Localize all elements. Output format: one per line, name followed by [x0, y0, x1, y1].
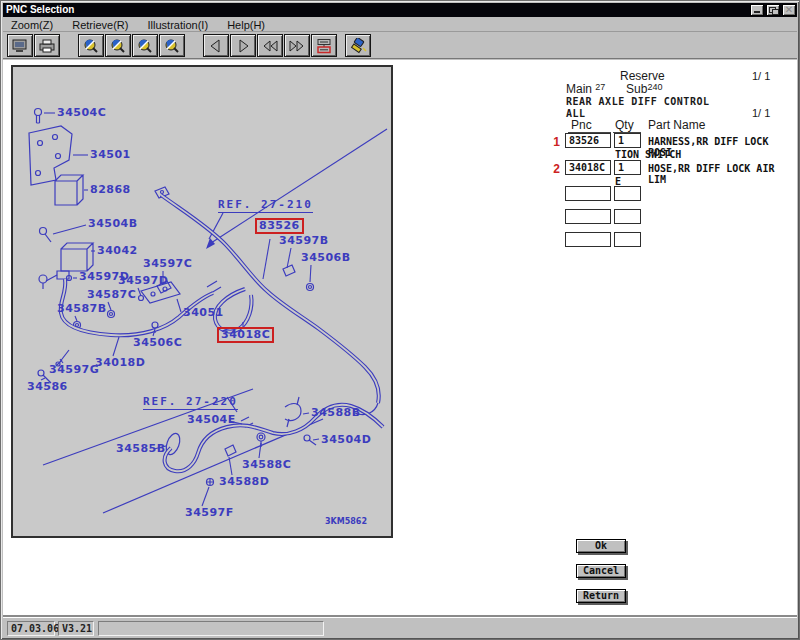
qty-field[interactable]: 1	[614, 133, 641, 148]
pnc-field[interactable]	[565, 186, 611, 201]
pnc-jump-button[interactable]	[311, 34, 337, 57]
diagram-label[interactable]: 34504E	[187, 414, 236, 426]
status-bar: 07.03.06 V3.21	[3, 617, 797, 637]
diagram-label[interactable]: 34597C	[143, 258, 192, 270]
zoom-in-icon	[82, 38, 100, 54]
column-header-pnc: Pnc	[568, 118, 611, 133]
page-first-icon	[261, 38, 279, 54]
minimize-icon	[754, 11, 760, 13]
ok-button[interactable]: Ok	[576, 539, 626, 553]
qty-field[interactable]	[614, 232, 641, 247]
menu-zoom[interactable]: Zoom(Z)	[3, 18, 61, 31]
leader-line	[310, 265, 311, 282]
diagram-label[interactable]: 34586	[27, 381, 68, 393]
diagram-label[interactable]: 34588D	[219, 476, 269, 488]
menu-bar: Zoom(Z) Retrieve(R) Illustration(I) Help…	[3, 18, 797, 32]
page-prev-icon	[207, 38, 225, 54]
main-sub-line: Main 27 Sub240	[566, 82, 662, 96]
pnc-jump-icon	[315, 38, 333, 54]
diagram-label[interactable]: 34597F	[185, 507, 234, 519]
diagram-label-highlighted[interactable]: 34018C	[217, 327, 274, 343]
diagram-label[interactable]: 34506C	[133, 337, 182, 349]
status-date: 07.03.06	[7, 621, 55, 636]
leader-line	[177, 299, 181, 312]
flashlight-icon	[349, 38, 367, 54]
page-prev-button[interactable]	[203, 34, 229, 57]
diagram-label[interactable]: 34585B	[116, 443, 166, 455]
zoom-reset-icon	[163, 38, 181, 54]
qty-field[interactable]: 1	[614, 160, 641, 175]
leader-line	[108, 302, 111, 310]
page-next-icon	[234, 38, 252, 54]
minimize-button[interactable]	[750, 4, 764, 16]
zoom-area-icon	[136, 38, 154, 54]
column-header-part-name: Part Name	[648, 118, 705, 132]
illustration-search-button[interactable]	[345, 34, 371, 57]
page-indicator-2: 1/ 1	[752, 107, 770, 119]
toolbar	[3, 33, 797, 59]
print-icon	[38, 38, 56, 54]
pnc-field[interactable]: 34018C	[565, 160, 611, 175]
leader-line	[113, 337, 119, 356]
window-title: PNC Selection	[6, 4, 74, 15]
qty-field[interactable]	[614, 186, 641, 201]
leader-line	[303, 413, 309, 414]
pnc-selection-window: { "window": { "title": "PNC Selection" }…	[0, 0, 800, 640]
part-row: 2 34018C 1 HOSE,RR DIFF LOCK AIR LIM E	[3, 160, 797, 187]
part-row	[3, 232, 797, 259]
drawing-number: 3KM5862	[325, 517, 367, 526]
return-button[interactable]: Return	[576, 589, 626, 603]
diagram-label[interactable]: 34588C	[242, 459, 291, 471]
leader-line	[229, 457, 232, 475]
maximize-button[interactable]	[766, 4, 780, 16]
diagram-label[interactable]: 34018D	[95, 357, 145, 369]
page-indicator: 1/ 1	[752, 70, 770, 82]
diagram-label[interactable]: 34597G	[49, 364, 99, 376]
diagram-label[interactable]: 34587C	[87, 289, 136, 301]
print-button[interactable]	[34, 34, 60, 57]
menu-illustration[interactable]: Illustration(I)	[140, 18, 217, 31]
title-bar[interactable]: PNC Selection ✕	[3, 3, 797, 17]
column-header-qty: Qty	[613, 118, 641, 133]
diagram-label[interactable]: 34504D	[321, 434, 371, 446]
diagram-label[interactable]: 34504C	[57, 107, 106, 119]
row-number: 1	[544, 135, 560, 149]
section-title: REAR AXLE DIFF CONTROL	[566, 96, 709, 107]
reserve-label: Reserve	[620, 69, 665, 83]
close-button[interactable]: ✕	[782, 4, 796, 16]
qty-field[interactable]	[614, 209, 641, 224]
diagram-label[interactable]: 34051	[183, 307, 224, 319]
main-value: 27	[595, 82, 605, 92]
page-first-button[interactable]	[257, 34, 283, 57]
leader-line	[259, 443, 261, 458]
part-name-cont: TION SWITCH	[615, 149, 681, 160]
pnc-field[interactable]	[565, 209, 611, 224]
menu-retrieve[interactable]: Retrieve(R)	[64, 18, 136, 31]
zoom-out-icon	[109, 38, 127, 54]
copy-screen-icon	[11, 38, 29, 54]
close-icon: ✕	[783, 4, 795, 15]
zoom-area-button[interactable]	[132, 34, 158, 57]
part-name: HOSE,RR DIFF LOCK AIR LIM	[648, 163, 797, 185]
status-version: V3.21	[58, 621, 94, 636]
diagram-label[interactable]: 34588B	[311, 407, 361, 419]
row-number: 2	[544, 162, 560, 176]
diagram-ref-label[interactable]: REF. 27-220	[143, 395, 238, 410]
part-row: 1 83526 1 HARNESS,RR DIFF LOCK POSI TION…	[3, 133, 797, 160]
zoom-out-button[interactable]	[105, 34, 131, 57]
page-last-button[interactable]	[284, 34, 310, 57]
copy-screen-button[interactable]	[7, 34, 33, 57]
sub-value: 240	[647, 82, 662, 92]
pnc-field[interactable]: 83526	[565, 133, 611, 148]
pnc-field[interactable]	[565, 232, 611, 247]
zoom-reset-button[interactable]	[159, 34, 185, 57]
leader-line	[202, 487, 209, 506]
menu-help[interactable]: Help(H)	[219, 18, 273, 31]
page-last-icon	[288, 38, 306, 54]
sub-label: Sub	[626, 82, 647, 96]
page-next-button[interactable]	[230, 34, 256, 57]
cancel-button[interactable]: Cancel	[576, 564, 626, 578]
diagram-label[interactable]: 34597D	[118, 275, 168, 287]
zoom-in-button[interactable]	[78, 34, 104, 57]
diagram-label[interactable]: 34587B	[57, 303, 107, 315]
